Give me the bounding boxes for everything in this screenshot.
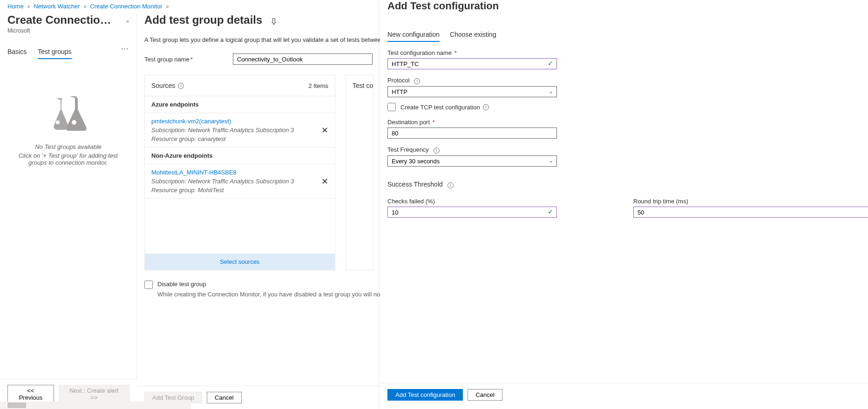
test-group-name-label: Test group name* <box>144 56 233 63</box>
horizontal-scrollbar[interactable] <box>0 402 191 409</box>
breadcrumb-sep: > <box>166 4 169 9</box>
add-test-configuration-button[interactable]: Add Test configuration <box>387 389 463 401</box>
tab-new-configuration[interactable]: New configuration <box>387 28 440 42</box>
protocol-label: Protocol i <box>387 77 861 84</box>
endpoint-name-link[interactable]: pmtestchunk-vm2(canarytest) <box>151 118 328 125</box>
select-sources-button[interactable]: Select sources <box>145 254 335 270</box>
flask-icon <box>47 96 90 131</box>
create-tcp-checkbox[interactable] <box>387 103 396 111</box>
success-threshold-label: Success Threshold i <box>387 181 861 188</box>
page-subtitle: Microsoft <box>7 27 129 34</box>
breadcrumb-create-connection-monitor[interactable]: Create Connection Monitor <box>90 3 162 10</box>
breadcrumb-sep: > <box>83 4 86 9</box>
tc-name-input[interactable] <box>387 58 557 69</box>
checks-failed-label: Checks failed (%) <box>387 198 615 205</box>
endpoint-subscription: Subscription: Network Traffic Analytics … <box>151 127 328 134</box>
remove-endpoint-button[interactable]: ✕ <box>321 125 328 135</box>
svg-point-1 <box>56 121 60 124</box>
endpoint-name-link[interactable]: MohittestLA_MININT-HB4SBE8 <box>151 169 328 176</box>
empty-state: No Test groups available Click on '+ Tes… <box>7 96 129 166</box>
rtt-label: Round trip time (ms) <box>633 198 861 205</box>
cancel-button[interactable]: Cancel <box>207 392 241 403</box>
check-icon: ✓ <box>548 208 553 215</box>
destination-port-label: Destination port * <box>387 119 861 126</box>
next-button[interactable]: Next : Create alert >> <box>59 385 129 403</box>
azure-endpoints-header: Azure endpoints <box>145 96 335 113</box>
tc-name-label: Test configuration name * <box>387 49 861 56</box>
endpoint-resource-group: Resource group: canarytest <box>151 135 328 142</box>
tab-choose-existing[interactable]: Choose existing <box>450 28 496 42</box>
left-tabs: Basics Test groups ··· <box>7 45 129 59</box>
tab-test-groups[interactable]: Test groups <box>38 45 71 59</box>
check-icon: ✓ <box>548 60 553 67</box>
endpoint-item: MohittestLA_MININT-HB4SBE8 Subscription:… <box>145 164 335 199</box>
info-icon[interactable]: i <box>448 182 454 188</box>
info-icon[interactable]: i <box>483 104 489 110</box>
right-pane: Add Test configuration New configuration… <box>380 0 868 409</box>
empty-line1: No Test groups available <box>17 143 120 150</box>
test-configurations-header: Test configurations <box>353 82 373 89</box>
endpoint-resource-group: Resource group: MohitTest <box>151 187 328 194</box>
cancel-button[interactable]: Cancel <box>468 389 502 401</box>
test-frequency-select[interactable]: Every 30 seconds <box>387 155 557 167</box>
disable-test-group-label: Disable test group <box>157 281 206 288</box>
protocol-select[interactable]: HTTP <box>387 86 557 97</box>
destination-port-input[interactable] <box>387 127 557 139</box>
collapse-button[interactable]: « <box>126 18 129 24</box>
more-button[interactable]: ··· <box>121 45 129 59</box>
mid-title: Add test group details <box>144 13 262 27</box>
endpoint-item: pmtestchunk-vm2(canarytest) Subscription… <box>145 113 335 148</box>
page-title: Create Connection… <box>7 13 115 27</box>
breadcrumb-home[interactable]: Home <box>7 3 24 10</box>
right-title: Add Test configuration <box>387 0 861 12</box>
non-azure-endpoints-header: Non-Azure endpoints <box>145 148 335 164</box>
create-tcp-label: Create TCP test configuration <box>400 104 480 111</box>
info-icon[interactable]: i <box>434 148 440 154</box>
sources-header: Sources <box>151 82 175 89</box>
pin-icon[interactable] <box>271 18 277 26</box>
rtt-input[interactable] <box>633 207 868 218</box>
test-group-name-input[interactable] <box>233 54 373 65</box>
test-configurations-panel: Test configurations <box>346 75 373 270</box>
sources-count: 2 Items <box>308 82 328 89</box>
breadcrumb-network-watcher[interactable]: Network Watcher <box>34 3 80 10</box>
remove-endpoint-button[interactable]: ✕ <box>321 176 328 187</box>
svg-point-0 <box>72 120 76 125</box>
breadcrumb-sep: > <box>27 4 30 9</box>
previous-button[interactable]: << Previous <box>7 385 54 403</box>
sources-panel: Sources i 2 Items Azure endpoints pmtest… <box>144 75 335 270</box>
checks-failed-input[interactable] <box>387 207 557 218</box>
left-pane: Create Connection… « Microsoft Basics Te… <box>0 13 137 409</box>
test-frequency-label: Test Frequency i <box>387 146 861 154</box>
info-icon[interactable]: i <box>178 83 184 89</box>
disable-test-group-checkbox[interactable] <box>144 281 153 289</box>
endpoint-subscription: Subscription: Network Traffic Analytics … <box>151 178 328 185</box>
tab-basics[interactable]: Basics <box>7 45 27 59</box>
right-tabs: New configuration Choose existing <box>387 28 861 42</box>
empty-line2: Click on '+ Test group' for adding test … <box>17 152 120 166</box>
right-footer: Add Test configuration Cancel <box>380 383 868 401</box>
info-icon[interactable]: i <box>414 78 420 84</box>
